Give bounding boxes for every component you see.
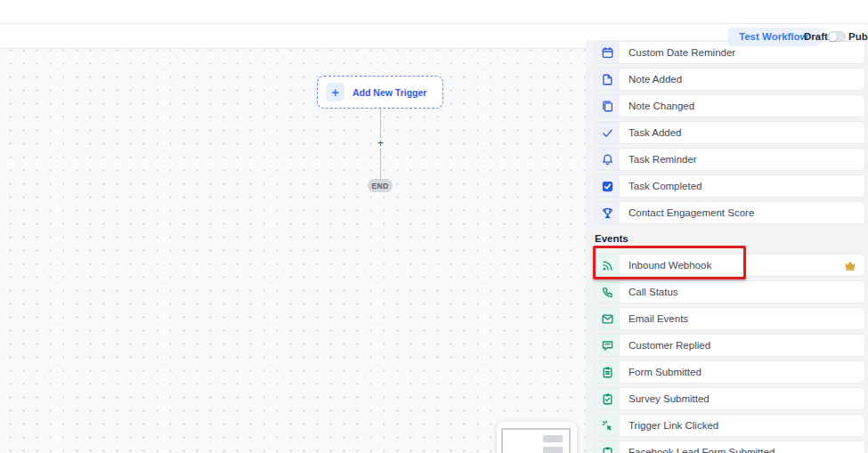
plus-icon: +: [326, 83, 345, 101]
task-completed-icon: [596, 175, 620, 197]
trophy-icon: [596, 202, 620, 223]
list-item-note-added[interactable]: Note Added: [595, 68, 865, 91]
header: [0, 0, 868, 24]
list-item-label: Form Submitted: [629, 367, 702, 377]
trigger-list: Custom Date ReminderNote AddedNote Chang…: [586, 41, 868, 453]
list-item-label: Task Added: [629, 127, 681, 138]
placeholder-bar: [543, 447, 563, 453]
placeholder-bar: [543, 435, 563, 442]
publish-label: Publish: [848, 31, 868, 42]
list-item-trigger-link-clicked[interactable]: Trigger Link Clicked: [595, 414, 865, 437]
list-item-label: Custom Date Reminder: [629, 47, 735, 58]
email-icon: [596, 308, 620, 329]
list-item-label: Trigger Link Clicked: [629, 420, 718, 431]
trigger-sidebar[interactable]: Custom Date ReminderNote AddedNote Chang…: [586, 40, 868, 453]
end-node: END: [368, 179, 393, 192]
list-item-customer-replied[interactable]: Customer Replied: [595, 334, 865, 357]
bell-icon: [596, 149, 620, 170]
toggle-knob: [829, 33, 837, 41]
survey-icon: [596, 388, 620, 409]
list-item-label: Note Changed: [629, 101, 694, 111]
list-item-survey-submitted[interactable]: Survey Submitted: [595, 387, 865, 410]
facebook-form-icon: [596, 441, 620, 453]
workflow-builder-window: New Workflow : 1726126718449 RL Saved Bu…: [0, 0, 868, 453]
link-click-icon: [596, 415, 620, 436]
list-item-call-status[interactable]: Call Status: [595, 280, 865, 303]
list-item-task-reminder[interactable]: Task Reminder: [595, 148, 865, 171]
webhook-icon: [596, 255, 620, 276]
add-step-plus-icon[interactable]: +: [375, 138, 386, 149]
list-item-label: Task Reminder: [629, 154, 697, 165]
check-icon: [596, 122, 620, 143]
calendar-icon: [596, 42, 620, 63]
list-item-label: Survey Submitted: [629, 393, 710, 404]
list-item-label: Task Completed: [629, 181, 702, 191]
add-trigger-label: Add New Trigger: [353, 87, 426, 98]
publish-toggle[interactable]: [827, 31, 846, 42]
list-item-note-changed[interactable]: Note Changed: [595, 94, 865, 117]
preview-card: [497, 422, 577, 453]
list-item-label: Inbound Webhook: [629, 260, 711, 271]
list-item-label: Call Status: [629, 287, 678, 297]
list-item-task-added[interactable]: Task Added: [595, 121, 865, 144]
phone-icon: [596, 281, 620, 303]
section-header-events: Events: [595, 230, 868, 247]
list-item-facebook-lead-form-submitted[interactable]: Facebook Lead Form Submitted: [595, 441, 865, 453]
list-item-contact-engagement-score[interactable]: Contact Engagement Score: [595, 201, 865, 224]
chat-icon: [596, 335, 620, 356]
crown-premium-icon: [844, 260, 856, 271]
note-changed-icon: [596, 95, 620, 117]
list-item-task-completed[interactable]: Task Completed: [595, 174, 865, 198]
list-item-label: Customer Replied: [629, 340, 710, 351]
list-item-inbound-webhook[interactable]: Inbound Webhook: [595, 254, 865, 277]
list-item-email-events[interactable]: Email Events: [595, 307, 865, 330]
draft-label: Draft: [804, 31, 828, 42]
list-item-form-submitted[interactable]: Form Submitted: [595, 360, 865, 384]
builder-canvas[interactable]: + Add New Trigger + END: [0, 49, 586, 453]
list-item-label: Contact Engagement Score: [629, 207, 754, 218]
list-item-label: Email Events: [629, 313, 688, 324]
note-icon: [596, 69, 620, 90]
form-icon: [596, 361, 620, 383]
add-new-trigger-button[interactable]: + Add New Trigger: [317, 76, 443, 109]
list-item-label: Facebook Lead Form Submitted: [629, 447, 775, 453]
preview-frame: [501, 428, 571, 453]
list-item-label: Note Added: [629, 74, 682, 85]
